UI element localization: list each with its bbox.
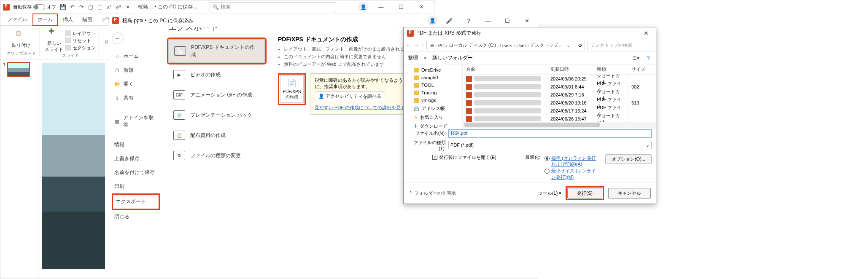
tree-onedrive[interactable]: OneDrive xyxy=(404,66,462,74)
paste-button[interactable]: 📋 貼り付け xyxy=(12,30,30,48)
maximize-icon[interactable]: ☐ xyxy=(500,16,515,26)
italic-icon[interactable]: ex xyxy=(115,4,122,11)
dialog-close-icon[interactable]: ✕ xyxy=(640,30,652,37)
redo-icon[interactable]: ↷ xyxy=(78,4,85,11)
save-icon[interactable]: 💾 xyxy=(59,4,66,11)
nav-addin[interactable]: ▦アドインを取得 xyxy=(112,111,160,132)
export-handout[interactable]: 📋配布資料の作成 xyxy=(168,126,265,144)
breadcrumb[interactable]: 🖥 › PC› ローカル ディスク (C:)› Users› User› デスク… xyxy=(426,41,573,50)
nav-back-icon[interactable]: ← xyxy=(406,43,411,48)
superscript-icon[interactable]: x² xyxy=(106,4,113,11)
touch-mode-icon[interactable]: ⬚ xyxy=(97,4,103,11)
nav-open[interactable]: 📂開く xyxy=(112,77,160,91)
tree-sample1[interactable]: sample1 xyxy=(404,74,462,81)
publish-button[interactable]: 発行(S) xyxy=(567,188,602,199)
hide-folders-toggle[interactable]: ⌃フォルダーの非表示 xyxy=(409,190,456,196)
accessibility-link[interactable]: 見やすい PDF の作成についての詳細を見る xyxy=(315,105,408,111)
col-name[interactable]: 名前 xyxy=(463,64,547,74)
nav-save[interactable]: 上書き保存 xyxy=(112,152,160,166)
close-icon[interactable]: ✕ xyxy=(414,2,429,12)
filename-input[interactable] xyxy=(448,129,652,138)
help-icon[interactable]: ? xyxy=(461,16,476,26)
account-avatar[interactable]: 👤 xyxy=(358,2,368,12)
bc-user[interactable]: User xyxy=(516,43,526,48)
options-button[interactable]: オプション(O)... xyxy=(605,154,652,164)
nav-print[interactable]: 印刷 xyxy=(112,180,160,193)
tree-downloads[interactable]: ⬇ダウンロード xyxy=(404,122,462,128)
bc-users[interactable]: Users xyxy=(500,43,512,48)
radio-standard[interactable]: 標準 (オンライン発行および印刷)(A) xyxy=(545,155,597,167)
nav-share[interactable]: ⇪共有 xyxy=(112,91,160,105)
tab-file[interactable]: ファイル xyxy=(3,14,32,25)
col-size[interactable]: サイズ xyxy=(628,64,656,74)
radio-minimum[interactable]: 最小サイズ (オンライン発行)(M) xyxy=(545,168,597,180)
minimize-icon[interactable]: — xyxy=(373,2,388,12)
reset-button[interactable]: リセット xyxy=(65,38,96,44)
layout-button[interactable]: レイアウト xyxy=(65,30,96,37)
scrollbar-thumb[interactable] xyxy=(464,123,600,127)
tree-tool[interactable]: TOOL xyxy=(404,81,462,89)
file-rows[interactable]: 2024/09/06 20:29ショートカット2024/09/01 8:44PD… xyxy=(463,75,656,122)
tree-addressbook[interactable]: 📇アドレス帳 xyxy=(404,104,462,113)
search-box[interactable]: 🔍 検索 xyxy=(210,2,336,12)
refresh-icon[interactable]: ⟳ xyxy=(576,41,585,50)
nav-save-label: 上書き保存 xyxy=(114,155,140,162)
tab-draw[interactable]: 描画 xyxy=(78,14,97,25)
account-avatar[interactable]: 👤 xyxy=(427,16,437,26)
export-package[interactable]: 💿プレゼンテーション パック xyxy=(168,106,265,124)
breadcrumb-dropdown-icon[interactable]: ⌄ xyxy=(566,43,570,48)
create-pdfxps-button[interactable]: 📄 PDF/XPSの作成 xyxy=(280,75,304,103)
cancel-button[interactable]: キャンセル xyxy=(608,188,651,199)
open-after-checkbox[interactable]: ✓ 発行後にファイルを開く(E) xyxy=(432,154,496,161)
mic-icon[interactable]: 🎤 xyxy=(442,16,457,26)
col-date[interactable]: 更新日時 xyxy=(547,64,593,74)
tree-vmlogs[interactable]: vmlogs xyxy=(404,97,462,104)
minimize-icon[interactable]: — xyxy=(480,16,496,26)
new-slide-button[interactable]: ➕ 新しい スライド xyxy=(45,28,63,53)
bc-desktop[interactable]: デスクトップ xyxy=(530,42,558,48)
organize-button[interactable]: 整理 xyxy=(408,54,418,62)
horizontal-scrollbar[interactable] xyxy=(463,122,656,128)
folder-tree[interactable]: OneDrive sample1 TOOL Tracing vmlogs 📇アド… xyxy=(404,64,463,128)
tree-tracing[interactable]: Tracing xyxy=(404,89,462,97)
newfolder-button[interactable]: 新しいフォルダー xyxy=(432,54,473,62)
nav-info[interactable]: 情報 xyxy=(112,138,160,152)
view-mode-icon[interactable]: ☰▾ xyxy=(632,55,639,62)
export-pdfxps[interactable]: 📄PDF/XPS ドキュメントの作成 xyxy=(168,39,265,63)
nav-export[interactable]: エクスポート xyxy=(112,193,160,210)
checkbox-icon: ✓ xyxy=(432,155,437,160)
folder-search-input[interactable]: デスクトップの検索 xyxy=(588,41,653,50)
export-video[interactable]: ▶ビデオの作成 xyxy=(168,66,265,83)
nav-home[interactable]: ⌂ホーム xyxy=(112,49,160,63)
tree-favorites[interactable]: ★お気に入り xyxy=(404,113,462,122)
chevron-down-icon[interactable]: ▾ xyxy=(424,55,426,61)
file-list-header[interactable]: 名前 更新日時 種類 サイズ xyxy=(463,64,656,75)
tab-insert[interactable]: 挿入 xyxy=(59,14,77,25)
undo-icon[interactable]: ↶ xyxy=(69,4,75,11)
slide-thumbnail-1[interactable]: 1 xyxy=(3,62,35,77)
check-accessibility-button[interactable]: 👤 アクセシビリティを調べる xyxy=(315,91,385,101)
nav-fwd-icon[interactable]: → xyxy=(414,43,419,48)
autosave-toggle[interactable]: 自動保存 オフ xyxy=(13,4,56,10)
bc-pc[interactable]: PC xyxy=(438,43,445,48)
toggle-pill[interactable] xyxy=(33,4,45,10)
slideshow-icon[interactable]: ▢ xyxy=(87,4,94,11)
bc-drive[interactable]: ローカル ディスク (C:) xyxy=(449,42,496,48)
nav-close[interactable]: 閉じる xyxy=(112,210,160,224)
back-button[interactable]: ← xyxy=(112,32,124,44)
filetype-select[interactable]: PDF (*.pdf)⌄ xyxy=(448,141,652,149)
more-icon[interactable]: ▾ xyxy=(124,4,131,11)
folder-icon xyxy=(414,91,419,95)
export-gif[interactable]: GIFアニメーション GIF の作成 xyxy=(168,86,265,104)
export-changetype[interactable]: 🗎ファイルの種類の変更 xyxy=(168,147,265,164)
tab-home[interactable]: ホーム xyxy=(32,13,58,26)
nav-new[interactable]: 🗋新規 xyxy=(112,63,160,77)
col-type[interactable]: 種類 xyxy=(593,64,628,74)
maximize-icon[interactable]: ☐ xyxy=(394,2,409,12)
help-icon[interactable]: ? xyxy=(645,55,652,62)
section-button[interactable]: セクション xyxy=(65,45,96,51)
nav-saveas[interactable]: 名前を付けて保存 xyxy=(112,166,160,180)
tools-dropdown[interactable]: ツール(L)▾ xyxy=(538,190,561,196)
nav-up-icon[interactable]: ↑ xyxy=(421,43,424,48)
close-icon[interactable]: ✕ xyxy=(519,16,534,26)
